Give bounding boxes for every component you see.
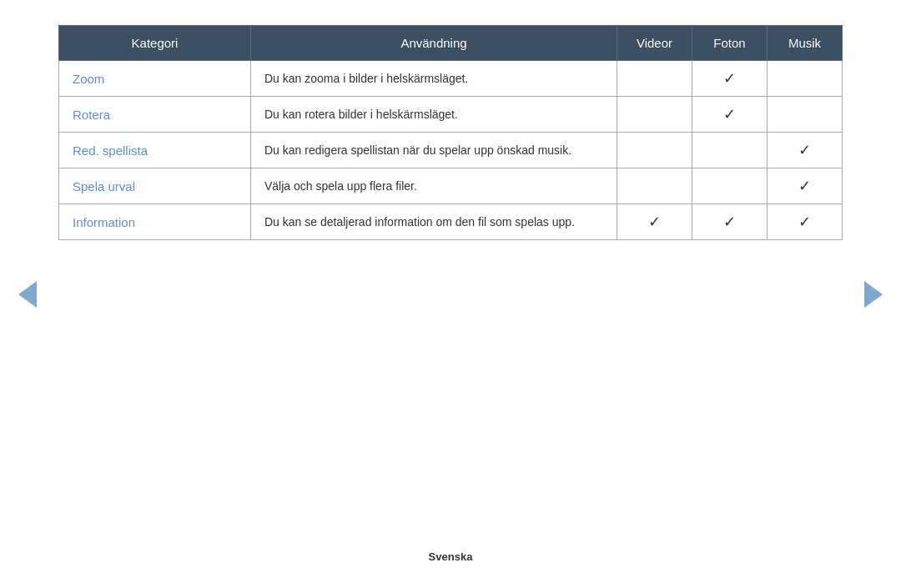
cell-anvandning: Du kan zooma i bilder i helskärmsläget. bbox=[251, 61, 617, 97]
feature-table: Kategori Användning Videor Foton Musik Z… bbox=[58, 25, 843, 240]
nav-arrow-right[interactable] bbox=[861, 282, 886, 307]
cell-anvandning: Välja och spela upp flera filer. bbox=[251, 168, 617, 204]
cell-kategori[interactable]: Rotera bbox=[59, 97, 251, 133]
cell-foton: ✓ bbox=[692, 61, 768, 97]
page-container: Kategori Användning Videor Foton Musik Z… bbox=[0, 0, 901, 588]
cell-videor: ✓ bbox=[617, 204, 692, 240]
footer: Svenska bbox=[0, 550, 901, 563]
cell-kategori[interactable]: Red. spellista bbox=[59, 133, 251, 168]
cell-foton bbox=[692, 168, 768, 204]
cell-kategori[interactable]: Information bbox=[59, 204, 251, 240]
cell-musik bbox=[768, 97, 843, 133]
cell-videor bbox=[617, 133, 692, 168]
cell-videor bbox=[617, 61, 692, 97]
table-row: ZoomDu kan zooma i bilder i helskärmsläg… bbox=[59, 61, 843, 97]
cell-foton: ✓ bbox=[692, 204, 768, 240]
cell-videor bbox=[617, 97, 692, 133]
cell-anvandning: Du kan se detaljerad information om den … bbox=[251, 204, 617, 240]
cell-videor bbox=[617, 168, 692, 204]
cell-anvandning: Du kan redigera spellistan när du spelar… bbox=[251, 133, 617, 168]
cell-kategori[interactable]: Zoom bbox=[59, 61, 251, 97]
cell-kategori[interactable]: Spela urval bbox=[59, 168, 251, 204]
cell-musik: ✓ bbox=[768, 168, 843, 204]
table-row: Red. spellistaDu kan redigera spellistan… bbox=[59, 133, 843, 168]
table-row: InformationDu kan se detaljerad informat… bbox=[59, 204, 843, 240]
cell-musik: ✓ bbox=[768, 204, 843, 240]
cell-musik bbox=[768, 61, 843, 97]
nav-arrow-left[interactable] bbox=[15, 282, 40, 307]
cell-foton: ✓ bbox=[692, 97, 768, 133]
cell-foton bbox=[692, 133, 768, 168]
col-header-anvandning: Användning bbox=[251, 26, 617, 61]
table-wrapper: Kategori Användning Videor Foton Musik Z… bbox=[58, 25, 843, 240]
cell-musik: ✓ bbox=[768, 133, 843, 168]
table-header-row: Kategori Användning Videor Foton Musik bbox=[59, 26, 843, 61]
col-header-kategori: Kategori bbox=[59, 26, 251, 61]
table-row: RoteraDu kan rotera bilder i helskärmslä… bbox=[59, 97, 843, 133]
right-arrow-icon bbox=[864, 281, 883, 308]
col-header-videor: Videor bbox=[617, 26, 692, 61]
left-arrow-icon bbox=[18, 281, 37, 308]
col-header-musik: Musik bbox=[768, 26, 843, 61]
language-label: Svenska bbox=[429, 550, 473, 563]
cell-anvandning: Du kan rotera bilder i helskärmsläget. bbox=[251, 97, 617, 133]
table-row: Spela urvalVälja och spela upp flera fil… bbox=[59, 168, 843, 204]
col-header-foton: Foton bbox=[692, 26, 768, 61]
